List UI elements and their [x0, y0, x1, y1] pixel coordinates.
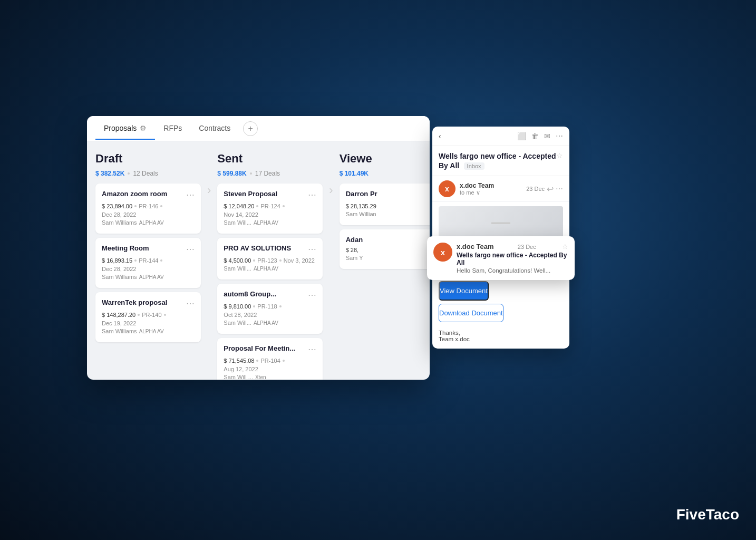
- card-header: PRO AV SOLUTIONS ⋯: [224, 244, 316, 254]
- card-row: $ 28,135.29: [346, 203, 430, 209]
- delete-icon[interactable]: 🗑: [531, 132, 539, 140]
- card-pr: PR-144: [139, 257, 158, 264]
- dot: [253, 305, 255, 307]
- dot: [160, 259, 162, 262]
- dot: [256, 205, 258, 207]
- card-title: WarrenTek proposal: [102, 298, 167, 306]
- kanban-board: Draft $ 382.52K 12 Deals Amazon zoom roo…: [87, 141, 430, 380]
- card-user: Sam Y: [346, 255, 363, 261]
- card-title: Adan: [346, 236, 363, 244]
- card-adan[interactable]: Adan $ 28, Sam Y: [340, 229, 430, 269]
- reply-icon[interactable]: ↩: [547, 184, 554, 194]
- tab-bar: Proposals ⚙ RFPs Contracts +: [87, 116, 430, 141]
- branding: FiveTaco: [676, 506, 739, 523]
- card-proposal-meeting[interactable]: Proposal For Meetin... ⋯ $ 71,545.08 PR-…: [217, 338, 323, 380]
- card-pr: PR-118: [257, 303, 277, 310]
- card-amount: $ 148,287.20: [102, 312, 135, 318]
- email-sender-row: x x.doc Team to me ∨ 23 Dec ↩ ⋯: [432, 176, 569, 202]
- card-user: Sam Williams: [102, 219, 137, 226]
- card-amount: $ 23,894.00: [102, 203, 132, 209]
- card-menu-icon[interactable]: ⋯: [308, 244, 316, 254]
- card-header: Steven Proposal ⋯: [224, 190, 316, 200]
- card-header: Proposal For Meetin... ⋯: [224, 344, 316, 354]
- card-menu-icon[interactable]: ⋯: [308, 344, 316, 354]
- card-amazon-zoom-room[interactable]: Amazon zoom room ⋯ $ 23,894.00 PR-146 De…: [95, 184, 201, 234]
- card-header: Darron Pr ⋯: [346, 190, 430, 200]
- sender-avatar: x: [439, 180, 455, 197]
- card-autom8[interactable]: autom8 Group... ⋯ $ 9,810.00 PR-118 Oct …: [217, 284, 323, 334]
- app-window: Proposals ⚙ RFPs Contracts + Draft $ 382…: [87, 116, 430, 380]
- card-row-2: Sam Y: [346, 255, 430, 261]
- more-icon[interactable]: ⋯: [556, 132, 563, 140]
- card-menu-icon[interactable]: ⋯: [186, 244, 195, 254]
- dot: [160, 205, 162, 207]
- dot: [279, 259, 282, 262]
- card-menu-icon[interactable]: ⋯: [186, 298, 195, 308]
- email-subject-container: Wells fargo new office - Accepted By All…: [439, 151, 556, 170]
- card-title: Meeting Room: [102, 244, 149, 252]
- card-date: Dec 28, 2022: [102, 211, 136, 218]
- tab-proposals[interactable]: Proposals ⚙: [95, 118, 155, 140]
- card-warrentek[interactable]: WarrenTek proposal ⋯ $ 148,287.20 PR-140…: [95, 292, 201, 342]
- card-steven-proposal[interactable]: Steven Proposal ⋯ $ 12,048.20 PR-124 Nov…: [217, 184, 323, 234]
- column-viewed-title: Viewe: [340, 152, 430, 166]
- inbox-badge: Inbox: [464, 162, 484, 170]
- card-header: Adan: [346, 236, 430, 244]
- notification-content: x.doc Team 23 Dec ☆ Wells fargo new offi…: [457, 243, 568, 274]
- card-header: Amazon zoom room ⋯: [102, 190, 195, 200]
- notif-avatar: x: [433, 243, 452, 262]
- notif-title: Wells fargo new office - Accepted By All: [457, 252, 568, 266]
- email-toolbar: ‹ ⬜ 🗑 ✉ ⋯: [432, 127, 569, 146]
- card-company: ALPHA AV: [139, 274, 164, 280]
- sender-date-actions: 23 Dec ↩ ⋯: [526, 184, 563, 194]
- more-actions-icon[interactable]: ⋯: [556, 185, 563, 193]
- card-user: Sam Williams: [102, 328, 137, 334]
- card-pr: PR-146: [139, 203, 158, 209]
- card-title: Proposal For Meetin...: [224, 344, 295, 352]
- card-menu-icon[interactable]: ⋯: [186, 190, 195, 200]
- view-document-button[interactable]: View Document: [439, 281, 489, 301]
- card-title: Amazon zoom room: [102, 190, 167, 198]
- card-row: $ 12,048.20 PR-124 Nov 14, 2022: [224, 203, 316, 218]
- card-row: $ 16,893.15 PR-144 Dec 28, 2022: [102, 257, 195, 272]
- email-thanks: Thanks,: [439, 330, 563, 336]
- card-company: ALPHA AV: [254, 320, 278, 326]
- download-document-button[interactable]: Download Document: [439, 304, 503, 322]
- email-icon[interactable]: ✉: [544, 132, 550, 140]
- column-viewed-header: Viewe $ 101.49K: [340, 152, 430, 177]
- notif-preview: Hello Sam, Congratulations! Well...: [457, 267, 568, 274]
- card-menu-icon[interactable]: ⋯: [308, 290, 316, 300]
- notification-row: x x.doc Team 23 Dec ☆ Wells fargo new of…: [433, 243, 568, 274]
- email-preview-image: ▬▬▬: [439, 206, 563, 238]
- email-team: Team x.doc: [439, 336, 563, 342]
- card-row: $ 71,545.08 PR-104 Aug 12, 2022: [224, 358, 316, 372]
- card-amount: $ 28,: [346, 247, 358, 253]
- add-tab-button[interactable]: +: [243, 121, 258, 136]
- column-draft-title: Draft: [95, 152, 201, 166]
- column-draft-meta: $ 382.52K 12 Deals: [95, 170, 201, 177]
- back-button[interactable]: ‹: [439, 132, 441, 140]
- email-subject-bar: Wells fargo new office - Accepted By All…: [432, 146, 569, 176]
- email-toolbar-icons: ⬜ 🗑 ✉ ⋯: [517, 132, 563, 140]
- gear-icon[interactable]: ⚙: [140, 124, 147, 132]
- card-pro-av-solutions[interactable]: PRO AV SOLUTIONS ⋯ $ 4,500.00 PR-123 Nov…: [217, 238, 323, 279]
- card-amount: $ 71,545.08: [224, 358, 254, 364]
- card-pr: PR-140: [142, 312, 161, 318]
- archive-icon[interactable]: ⬜: [517, 132, 526, 140]
- tab-rfps[interactable]: RFPs: [155, 118, 190, 140]
- card-darron[interactable]: Darron Pr ⋯ $ 28,135.29 Sam Willian: [340, 184, 430, 225]
- card-meeting-room[interactable]: Meeting Room ⋯ $ 16,893.15 PR-144 Dec 28…: [95, 238, 201, 288]
- card-menu-icon[interactable]: ⋯: [308, 190, 316, 200]
- sender-name: x.doc Team: [460, 182, 522, 189]
- card-title: PRO AV SOLUTIONS: [224, 244, 291, 252]
- column-sent-amount: $ 599.88K: [217, 170, 246, 177]
- tab-contracts[interactable]: Contracts: [190, 118, 239, 140]
- tab-rfps-label: RFPs: [163, 124, 182, 132]
- notification-popup[interactable]: x x.doc Team 23 Dec ☆ Wells fargo new of…: [427, 236, 575, 280]
- card-date: Oct 28, 2022: [224, 312, 257, 318]
- star-icon[interactable]: ☆: [556, 151, 563, 160]
- notif-star-icon[interactable]: ☆: [562, 243, 568, 250]
- card-title: Darron Pr: [346, 190, 377, 198]
- sender-info: x.doc Team to me ∨: [460, 182, 522, 196]
- column-viewed: Viewe $ 101.49K Darron Pr ⋯ $ 28,135.29 …: [340, 152, 430, 369]
